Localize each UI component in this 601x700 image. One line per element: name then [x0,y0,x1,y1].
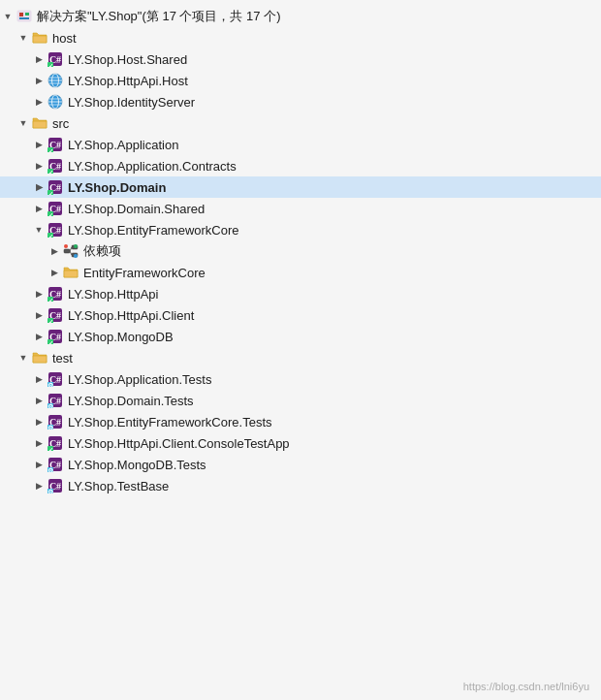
svg-point-44 [74,244,78,248]
expand-btn[interactable]: ▶ [47,243,62,259]
svg-text:✓: ✓ [48,234,53,239]
watermark: https://blog.csdn.net/lni6yu [463,681,589,692]
folder-icon [62,264,79,281]
tree-item-src-domain-shared[interactable]: ▶ C# ✓ LY.Shop.Domain.Shared [0,198,601,219]
tree-item-ef-folder[interactable]: ▶ EntityFrameworkCore [0,262,601,283]
tree-item-host-folder[interactable]: ▼ host [0,27,601,48]
collapse-btn[interactable]: ▼ [16,350,31,366]
tree-item-test-application[interactable]: ▶ C# ⚙ LY.Shop.Application.Tests [0,368,601,390]
svg-text:✓: ✓ [48,298,53,302]
expand-btn[interactable]: ▶ [31,329,47,344]
tree-item-test-ef[interactable]: ▶ C# ⚙ LY.Shop.EntityFrameworkCore.Tests [0,411,601,432]
csharp-icon: C# ✓ [47,306,64,324]
expand-btn[interactable]: ▶ [31,158,47,174]
expand-btn[interactable]: ▶ [31,51,47,67]
tree-item-label: LY.Shop.Application.Tests [68,372,211,387]
tree-item-label: LY.Shop.IdentityServer [68,95,195,110]
tree-item-src-folder[interactable]: ▼ src [0,112,601,134]
tree-item-test-folder[interactable]: ▼ test [0,347,601,368]
web-icon [47,72,64,89]
test-icon: C# ⚙ [47,392,64,409]
expand-btn[interactable]: ▶ [31,457,47,472]
deps-icon [62,242,79,260]
web-icon [47,93,64,111]
tree-item-label: LY.Shop.Application [68,138,178,152]
tree-item-label: LY.Shop.Domain.Tests [68,394,194,408]
csharp-icon: C# ✓ [47,50,64,68]
csharp-icon: C# ✓ [47,157,64,175]
tree-item-src-application[interactable]: ▶ C# ✓ LY.Shop.Application [0,134,601,155]
tree-item-label: EntityFrameworkCore [83,266,206,280]
test-icon: C# ⚙ [47,456,64,473]
collapse-btn[interactable]: ▼ [0,9,16,24]
collapse-btn[interactable]: ▼ [16,30,31,46]
collapse-btn[interactable]: ▼ [31,222,47,238]
folder-icon [31,29,48,47]
tree-item-label: 解决方案"LY.Shop"(第 17 个项目，共 17 个) [37,8,281,25]
csharp-icon: C# ✓ [47,178,64,196]
csharp-icon: C# ✓ [47,136,64,153]
solution-icon [16,8,33,25]
csharp-icon: C# ✓ [47,285,64,302]
tree-item-label: LY.Shop.MongoDB [68,330,174,344]
collapse-btn[interactable]: ▼ [16,115,31,131]
expand-btn[interactable]: ▶ [31,393,47,408]
svg-text:✓: ✓ [48,191,53,196]
tree-item-src-mongodb[interactable]: ▶ C# ✓ LY.Shop.MongoDB [0,326,601,347]
csharp-icon: C# ✓ [47,434,64,452]
svg-point-43 [64,244,68,248]
tree-item-label: LY.Shop.Domain [68,180,166,195]
tree-item-host-shared[interactable]: ▶ C# ✓ LY.Shop.Host.Shared [0,48,601,70]
test-icon: C# ⚙ [47,477,64,494]
tree-item-label: LY.Shop.Domain.Shared [68,202,205,216]
folder-icon [31,114,48,132]
tree-item-label: LY.Shop.TestBase [68,479,169,493]
expand-btn[interactable]: ▶ [31,73,47,88]
tree-item-host-httpapi[interactable]: ▶ LY.Shop.HttpApi.Host [0,70,601,91]
tree-item-src-httpapi[interactable]: ▶ C# ✓ LY.Shop.HttpApi [0,283,601,304]
tree-item-label: LY.Shop.EntityFrameworkCore.Tests [68,415,272,430]
svg-text:✓: ✓ [48,447,53,452]
tree-item-test-httpclient[interactable]: ▶ C# ✓ LY.Shop.HttpApi.Client.ConsoleTes… [0,432,601,454]
expand-btn[interactable]: ▶ [31,478,47,493]
tree-item-ef-deps[interactable]: ▶ 依赖项 [0,240,601,262]
expand-btn[interactable]: ▶ [31,286,47,302]
tree-item-label: LY.Shop.Host.Shared [68,52,187,67]
expand-btn[interactable]: ▶ [31,201,47,216]
svg-text:✓: ✓ [48,319,53,324]
svg-text:✓: ✓ [48,63,53,68]
svg-point-45 [74,254,78,258]
expand-btn[interactable]: ▶ [31,94,47,110]
folder-icon [31,349,48,366]
expand-btn[interactable]: ▶ [31,371,47,387]
expand-btn[interactable]: ▶ [31,435,47,451]
tree-item-label: LY.Shop.HttpApi.Host [68,74,188,88]
svg-line-42 [70,251,72,255]
expand-btn[interactable]: ▶ [31,307,47,323]
tree-item-test-domain[interactable]: ▶ C# ⚙ LY.Shop.Domain.Tests [0,390,601,411]
tree-item-test-mongo[interactable]: ▶ C# ⚙ LY.Shop.MongoDB.Tests [0,454,601,475]
expand-btn[interactable]: ▶ [31,179,47,195]
tree-item-host-identity[interactable]: ▶ LY.Shop.IdentityServer [0,91,601,112]
tree-item-test-base[interactable]: ▶ C# ⚙ LY.Shop.TestBase [0,475,601,496]
test-icon: C# ⚙ [47,370,64,388]
tree-item-label: LY.Shop.EntityFrameworkCore [68,223,239,238]
svg-rect-1 [19,13,23,16]
tree-item-label: LY.Shop.HttpApi [68,287,158,302]
tree-item-src-domain[interactable]: ▶ C# ✓ LY.Shop.Domain [0,176,601,198]
svg-text:✓: ✓ [48,170,53,175]
tree-item-label: test [52,351,73,366]
tree-item-src-httpapi-client[interactable]: ▶ C# ✓ LY.Shop.HttpApi.Client [0,304,601,326]
tree-item-solution-root[interactable]: ▼ 解决方案"LY.Shop"(第 17 个项目，共 17 个) [0,6,601,27]
expand-btn[interactable]: ▶ [31,137,47,152]
expand-btn[interactable]: ▶ [31,414,47,430]
svg-text:⚙: ⚙ [47,425,53,430]
solution-explorer: ▼ 解决方案"LY.Shop"(第 17 个项目，共 17 个)▼ host▶ … [0,0,601,700]
tree-item-src-application-contracts[interactable]: ▶ C# ✓ LY.Shop.Application.Contracts [0,155,601,176]
tree-item-src-ef[interactable]: ▼ C# ✓ LY.Shop.EntityFrameworkCore [0,219,601,240]
expand-btn[interactable]: ▶ [47,265,62,280]
tree-item-label: host [52,31,77,46]
svg-text:⚙: ⚙ [47,382,53,388]
csharp-icon: C# ✓ [47,200,64,217]
tree-item-label: LY.Shop.HttpApi.Client [68,308,194,323]
